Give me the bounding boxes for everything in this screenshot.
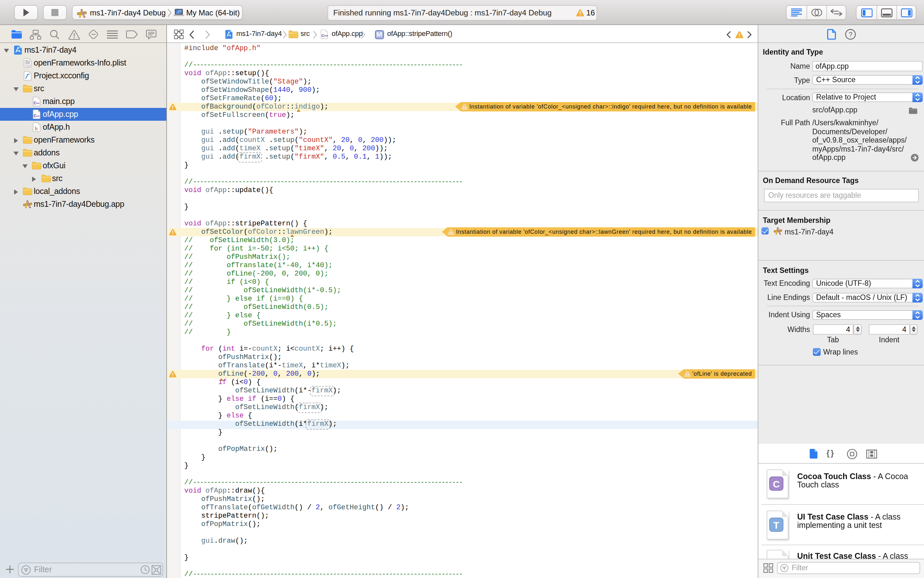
svg-text:C++: C++	[34, 114, 39, 118]
svg-text:?: ?	[849, 30, 853, 38]
svg-text:C++: C++	[321, 33, 328, 37]
svg-text:C++: C++	[34, 101, 39, 106]
svg-text:h: h	[35, 126, 37, 132]
svg-text:PLIST: PLIST	[25, 65, 30, 67]
